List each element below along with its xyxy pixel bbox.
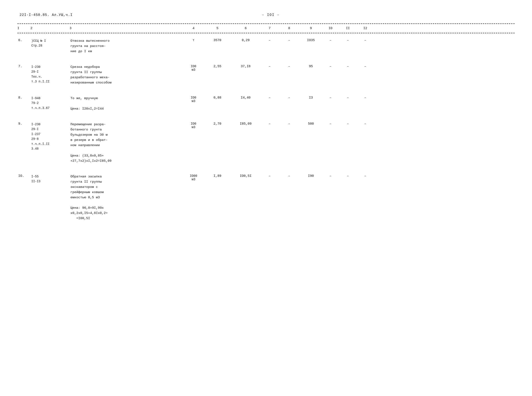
row-col5-9: I85,09: [231, 122, 261, 126]
row-col9-6: –: [322, 38, 339, 43]
row-num-6: 6.: [17, 38, 30, 43]
sub-dashed-line: [17, 33, 515, 33]
col-header-9: 9: [300, 27, 322, 30]
row-ref-8: I-94879-2т.ч.п.3.67: [30, 95, 69, 111]
row-col7-9: –: [278, 122, 300, 126]
table-row: 6. )ССЦ № IСтр.28 Отвозка вытесненногогр…: [17, 34, 515, 56]
row-num-8: 8.: [17, 95, 30, 100]
row-col11-9: –: [357, 122, 374, 126]
row-col10-9: –: [339, 122, 357, 126]
table-row: 8. I-94879-2т.ч.п.3.67 То же, вручнуюЦен…: [17, 89, 515, 113]
table-row: 9. I-23029-II-23729-8т.ч.п.I.II3.48 Пере…: [17, 116, 515, 165]
row-col4-8: 0,88: [204, 95, 231, 100]
col-header-6: 6: [231, 27, 261, 30]
table-row: 7. I-23029-IТех.ч.т.3 п.I.II Срезка недо…: [17, 58, 515, 87]
row-desc-9: Перемещение разра-ботанного грунтабульдо…: [69, 122, 183, 164]
row-col9-8: –: [322, 95, 339, 100]
col-header-10: IO: [322, 27, 339, 30]
row-col9-9: –: [322, 122, 339, 126]
row-num-7: 7.: [17, 64, 30, 69]
col-header-4: 4: [183, 27, 204, 30]
row-col8-10: I90: [300, 174, 322, 178]
row-col7-8: –: [278, 95, 300, 100]
doc-title-left: 22I-I-450.85. Ал.УШ,ч.I: [20, 13, 73, 17]
col-header-1: I: [17, 27, 30, 30]
row-col5-8: I4,40: [231, 95, 261, 100]
row-desc-10: Обратная засыпкагрунта II группыэкскават…: [69, 174, 183, 221]
main-table: I 2 3 4 5 6 7 8 9 IO II I2 6. )ССЦ № IСт…: [17, 23, 515, 223]
row-col11-7: –: [357, 64, 374, 69]
row-col11-8: –: [357, 95, 374, 100]
row-col7-7: –: [278, 64, 300, 69]
document-header: 22I-I-450.85. Ал.УШ,ч.I - IOI -: [17, 13, 515, 17]
row-num-9: 9.: [17, 122, 30, 126]
col-header-8: 8: [278, 27, 300, 30]
row-unit-10: IO00м3: [183, 174, 204, 182]
doc-title-center: - IOI -: [262, 13, 280, 17]
row-col5-6: 0,29: [231, 38, 261, 43]
row-col8-7: 95: [300, 64, 322, 69]
row-unit-7: IO0м3: [183, 64, 204, 72]
row-ref-7: I-23029-IТех.ч.т.3 п.I.II: [30, 64, 69, 85]
row-col11-10: –: [357, 174, 374, 178]
row-col4-7: 2,55: [204, 64, 231, 69]
row-col6-9: –: [261, 122, 278, 126]
row-col7-6: –: [278, 38, 300, 43]
row-col10-7: –: [339, 64, 357, 69]
row-col7-10: –: [278, 174, 300, 178]
row-col6-8: –: [261, 95, 278, 100]
row-ref-10: I-55II-I3: [30, 174, 69, 184]
data-rows-container: 6. )ССЦ № IСтр.28 Отвозка вытесненногогр…: [17, 34, 515, 223]
row-unit-8: IO0м3: [183, 95, 204, 103]
row-col10-10: –: [339, 174, 357, 178]
row-col4-10: I,89: [204, 174, 231, 178]
col-header-7: 7: [261, 27, 278, 30]
row-col10-8: –: [339, 95, 357, 100]
table-row: IO. I-55II-I3 Обратная засыпкагрунта II …: [17, 168, 515, 223]
col-header-11: II: [339, 27, 357, 30]
row-desc-8: То же, вручнуюЦена: I20xI,2=I44: [69, 95, 183, 112]
top-dashed-line: [17, 23, 515, 24]
row-col10-6: –: [339, 38, 357, 43]
row-col4-9: 2,70: [204, 122, 231, 126]
row-desc-7: Срезка недоборагрунта II группыразработа…: [69, 64, 183, 86]
row-col8-6: IO35: [300, 38, 322, 43]
row-col9-7: –: [322, 64, 339, 69]
row-unit-6: т: [183, 38, 204, 42]
row-ref-9: I-23029-II-23729-8т.ч.п.I.II3.48: [30, 122, 69, 151]
row-unit-9: IO0м3: [183, 122, 204, 129]
row-desc-6: Отвозка вытесненногогрунта на расстоя-ни…: [69, 38, 183, 55]
column-headers-row: I 2 3 4 5 6 7 8 9 IO II I2: [17, 25, 515, 32]
row-col9-10: –: [322, 174, 339, 178]
col-header-3: 3: [69, 27, 183, 30]
col-header-12: I2: [357, 27, 374, 30]
row-col4-6: 3570: [204, 38, 231, 43]
row-col8-9: 500: [300, 122, 322, 126]
row-col6-10: –: [261, 174, 278, 178]
row-num-10: IO.: [17, 174, 30, 178]
row-col6-6: –: [261, 38, 278, 43]
row-col8-8: I3: [300, 95, 322, 100]
row-col6-7: –: [261, 64, 278, 69]
row-ref-6: )ССЦ № IСтр.28: [30, 38, 69, 49]
row-col5-7: 37,I8: [231, 64, 261, 69]
col-header-2: 2: [30, 27, 69, 30]
row-col11-6: –: [357, 38, 374, 43]
row-col5-10: IO0,5I: [231, 174, 261, 178]
col-header-5: 5: [204, 27, 231, 30]
